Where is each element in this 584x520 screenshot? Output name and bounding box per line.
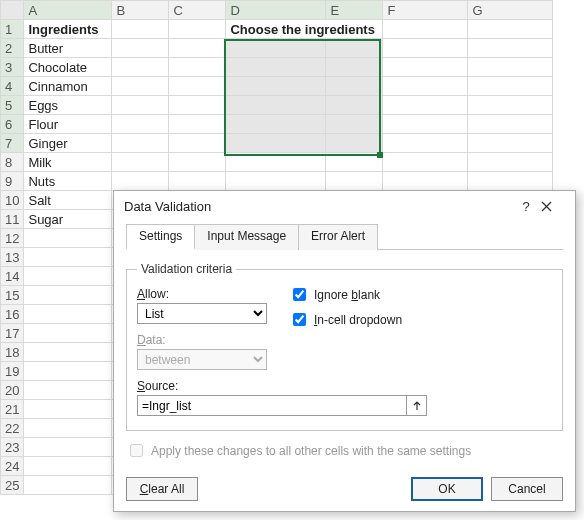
- tab-error-alert[interactable]: Error Alert: [298, 224, 378, 250]
- cell[interactable]: [226, 134, 326, 153]
- help-button[interactable]: ?: [511, 199, 541, 214]
- cell[interactable]: [24, 419, 112, 438]
- cell[interactable]: [326, 172, 383, 191]
- cell[interactable]: [24, 400, 112, 419]
- cell[interactable]: [226, 77, 326, 96]
- cell[interactable]: Chocolate: [24, 58, 112, 77]
- cell[interactable]: [383, 153, 468, 172]
- row-header-3[interactable]: 3: [1, 58, 24, 77]
- row-header-15[interactable]: 15: [1, 286, 24, 305]
- cell[interactable]: [226, 39, 326, 58]
- range-picker-button[interactable]: [406, 396, 426, 415]
- source-input[interactable]: [138, 399, 406, 413]
- cell[interactable]: [112, 96, 169, 115]
- row-header-6[interactable]: 6: [1, 115, 24, 134]
- cell[interactable]: [468, 96, 553, 115]
- cell[interactable]: [226, 153, 326, 172]
- cell[interactable]: Salt: [24, 191, 112, 210]
- cell[interactable]: [383, 39, 468, 58]
- cell[interactable]: [468, 134, 553, 153]
- cell[interactable]: [326, 58, 383, 77]
- cell[interactable]: [383, 115, 468, 134]
- cell[interactable]: [169, 134, 226, 153]
- row-header-13[interactable]: 13: [1, 248, 24, 267]
- incell-dropdown-checkbox[interactable]: In-cell dropdown: [289, 310, 402, 329]
- cell[interactable]: [112, 39, 169, 58]
- cell[interactable]: Milk: [24, 153, 112, 172]
- cell[interactable]: [24, 305, 112, 324]
- cell[interactable]: [468, 77, 553, 96]
- cell[interactable]: [468, 115, 553, 134]
- allow-select[interactable]: List: [137, 303, 267, 324]
- cell[interactable]: Butter: [24, 39, 112, 58]
- cell[interactable]: [24, 362, 112, 381]
- col-header-F[interactable]: F: [383, 1, 468, 20]
- cell[interactable]: [326, 115, 383, 134]
- tab-settings[interactable]: Settings: [126, 224, 195, 250]
- cell[interactable]: [112, 172, 169, 191]
- cell[interactable]: [326, 39, 383, 58]
- cell[interactable]: [169, 96, 226, 115]
- cell[interactable]: Flour: [24, 115, 112, 134]
- col-header-C[interactable]: C: [169, 1, 226, 20]
- col-header-A[interactable]: A: [24, 1, 112, 20]
- cell[interactable]: [468, 172, 553, 191]
- cell[interactable]: [24, 343, 112, 362]
- col-header-D[interactable]: D: [226, 1, 326, 20]
- cell[interactable]: [24, 267, 112, 286]
- row-header-1[interactable]: 1: [1, 20, 24, 39]
- cell[interactable]: Nuts: [24, 172, 112, 191]
- cell[interactable]: Sugar: [24, 210, 112, 229]
- row-header-7[interactable]: 7: [1, 134, 24, 153]
- cell[interactable]: [24, 457, 112, 476]
- row-header-4[interactable]: 4: [1, 77, 24, 96]
- cell[interactable]: [24, 286, 112, 305]
- cell[interactable]: [383, 96, 468, 115]
- cell[interactable]: [24, 324, 112, 343]
- cell[interactable]: [226, 96, 326, 115]
- cell[interactable]: [468, 153, 553, 172]
- close-button[interactable]: [541, 201, 571, 212]
- cell[interactable]: [383, 134, 468, 153]
- cell[interactable]: [169, 58, 226, 77]
- row-header-12[interactable]: 12: [1, 229, 24, 248]
- col-header-E[interactable]: E: [326, 1, 383, 20]
- tab-input-message[interactable]: Input Message: [194, 224, 299, 250]
- cell[interactable]: [112, 115, 169, 134]
- cell[interactable]: [383, 20, 468, 39]
- row-header-22[interactable]: 22: [1, 419, 24, 438]
- cell[interactable]: [169, 153, 226, 172]
- ignore-blank-input[interactable]: [293, 288, 306, 301]
- cell[interactable]: [468, 20, 553, 39]
- clear-all-button[interactable]: Clear All: [126, 477, 198, 501]
- row-header-25[interactable]: 25: [1, 476, 24, 495]
- incell-dropdown-input[interactable]: [293, 313, 306, 326]
- cell[interactable]: [24, 381, 112, 400]
- row-header-8[interactable]: 8: [1, 153, 24, 172]
- row-header-20[interactable]: 20: [1, 381, 24, 400]
- cell[interactable]: [226, 58, 326, 77]
- row-header-2[interactable]: 2: [1, 39, 24, 58]
- cell[interactable]: Cinnamon: [24, 77, 112, 96]
- col-header-B[interactable]: B: [112, 1, 169, 20]
- cell[interactable]: [383, 58, 468, 77]
- row-header-23[interactable]: 23: [1, 438, 24, 457]
- cell[interactable]: [169, 39, 226, 58]
- cell[interactable]: [226, 115, 326, 134]
- row-header-21[interactable]: 21: [1, 400, 24, 419]
- cell[interactable]: [468, 39, 553, 58]
- cell[interactable]: [24, 438, 112, 457]
- cell[interactable]: [383, 77, 468, 96]
- cell[interactable]: [24, 248, 112, 267]
- cell[interactable]: [112, 20, 169, 39]
- cell[interactable]: [383, 172, 468, 191]
- row-header-18[interactable]: 18: [1, 343, 24, 362]
- ignore-blank-checkbox[interactable]: Ignore blank: [289, 285, 402, 304]
- cell[interactable]: [169, 77, 226, 96]
- cell[interactable]: [468, 58, 553, 77]
- cell[interactable]: [326, 96, 383, 115]
- cell[interactable]: [24, 229, 112, 248]
- cell[interactable]: [169, 172, 226, 191]
- row-header-16[interactable]: 16: [1, 305, 24, 324]
- cell[interactable]: [326, 77, 383, 96]
